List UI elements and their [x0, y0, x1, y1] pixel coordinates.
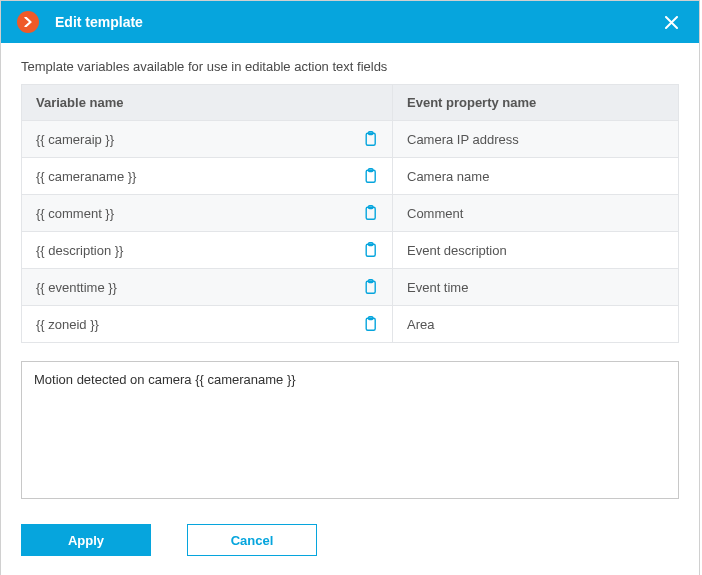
table-row: {{ cameraip }} Camera IP address: [22, 120, 678, 157]
column-header-variable: Variable name: [22, 85, 392, 120]
variable-name: {{ zoneid }}: [36, 317, 350, 332]
variable-name-cell: {{ eventtime }}: [22, 269, 392, 305]
copy-variable-button[interactable]: [358, 164, 382, 188]
table-row: {{ zoneid }} Area: [22, 305, 678, 342]
copy-variable-button[interactable]: [358, 127, 382, 151]
event-property-cell: Camera name: [392, 158, 678, 194]
table-row: {{ description }} Event description: [22, 231, 678, 268]
event-property-cell: Comment: [392, 195, 678, 231]
variable-name: {{ description }}: [36, 243, 350, 258]
clipboard-icon: [363, 205, 378, 221]
event-property-cell: Event description: [392, 232, 678, 268]
variable-name: {{ comment }}: [36, 206, 350, 221]
dialog-content: Template variables available for use in …: [1, 43, 699, 575]
column-header-property: Event property name: [392, 85, 678, 120]
variable-name-cell: {{ description }}: [22, 232, 392, 268]
variable-name-cell: {{ zoneid }}: [22, 306, 392, 342]
clipboard-icon: [363, 131, 378, 147]
apply-button[interactable]: Apply: [21, 524, 151, 556]
button-row: Apply Cancel: [21, 524, 679, 556]
edit-template-dialog: Edit template Template variables availab…: [0, 0, 700, 575]
event-property-name: Event time: [407, 280, 468, 295]
close-button[interactable]: [659, 10, 683, 34]
variable-name: {{ eventtime }}: [36, 280, 350, 295]
clipboard-icon: [363, 168, 378, 184]
clipboard-icon: [363, 279, 378, 295]
event-property-name: Event description: [407, 243, 507, 258]
variable-name: {{ cameraname }}: [36, 169, 350, 184]
variable-name-cell: {{ cameraname }}: [22, 158, 392, 194]
event-property-name: Camera IP address: [407, 132, 519, 147]
copy-variable-button[interactable]: [358, 312, 382, 336]
copy-variable-button[interactable]: [358, 201, 382, 225]
event-property-name: Area: [407, 317, 434, 332]
titlebar: Edit template: [1, 1, 699, 43]
table-header: Variable name Event property name: [22, 85, 678, 120]
copy-variable-button[interactable]: [358, 275, 382, 299]
variable-name: {{ cameraip }}: [36, 132, 350, 147]
copy-variable-button[interactable]: [358, 238, 382, 262]
cancel-button[interactable]: Cancel: [187, 524, 317, 556]
event-property-name: Camera name: [407, 169, 489, 184]
variable-name-cell: {{ cameraip }}: [22, 121, 392, 157]
app-icon: [17, 11, 39, 33]
dialog-title: Edit template: [55, 14, 659, 30]
table-body: {{ cameraip }} Camera IP address{{ camer…: [22, 120, 678, 342]
table-row: {{ cameraname }} Camera name: [22, 157, 678, 194]
close-icon: [665, 16, 678, 29]
table-row: {{ eventtime }} Event time: [22, 268, 678, 305]
event-property-cell: Camera IP address: [392, 121, 678, 157]
clipboard-icon: [363, 316, 378, 332]
event-property-name: Comment: [407, 206, 463, 221]
variables-table: Variable name Event property name {{ cam…: [21, 84, 679, 343]
template-text-editor[interactable]: [21, 361, 679, 499]
instruction-text: Template variables available for use in …: [21, 59, 679, 74]
table-row: {{ comment }} Comment: [22, 194, 678, 231]
event-property-cell: Area: [392, 306, 678, 342]
chevron-right-icon: [23, 17, 33, 27]
clipboard-icon: [363, 242, 378, 258]
event-property-cell: Event time: [392, 269, 678, 305]
variable-name-cell: {{ comment }}: [22, 195, 392, 231]
